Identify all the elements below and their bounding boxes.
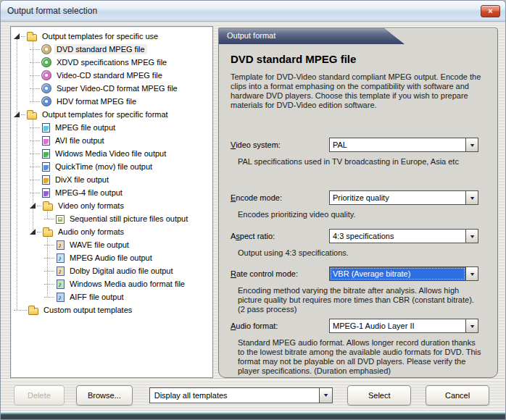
tree-connector (30, 140, 40, 141)
tree-connector (30, 101, 40, 102)
tree-item-row[interactable]: Windows Media audio format file (11, 277, 212, 290)
select-button[interactable]: Select (347, 385, 411, 406)
expand-triangle-icon[interactable] (14, 112, 20, 117)
tree-item-row[interactable]: QuickTime (mov) file output (11, 160, 212, 173)
tree-item-label: Audio only formats (56, 227, 126, 237)
folder-icon (43, 230, 53, 237)
tree-item-label: Output templates for specific use (40, 31, 160, 41)
tree-folder-row[interactable]: Video only formats (11, 199, 212, 212)
format-description: Template for DVD-Video standard complian… (231, 72, 487, 110)
aspect-ratio-field: Aspect ratio:4:3 specifications▼Output u… (231, 229, 487, 258)
dropdown-arrow-icon[interactable]: ▼ (465, 230, 478, 243)
tree-item-label: Sequential still picture files output (67, 214, 190, 224)
audio-format-dropdown[interactable]: MPEG-1 Audio Layer II▼ (329, 319, 478, 333)
tree-item-row[interactable]: DivX file output (11, 173, 212, 186)
delete-button[interactable]: Delete (14, 385, 65, 406)
tree-item-row[interactable]: Dolby Digital audio file output (11, 264, 212, 277)
dropdown-arrow-icon[interactable]: ▼ (465, 138, 478, 151)
tree-connector (30, 88, 40, 89)
tree-item-row[interactable]: MPEG file output (11, 121, 212, 134)
tree-folder-row[interactable]: Output templates for specific format (11, 108, 212, 121)
video-system-label: Video system: (231, 140, 329, 149)
rate-control-mode-dropdown[interactable]: VBR (Average bitrate)▼ (329, 266, 478, 281)
footer-bar: Delete Browse... Display all templates ▼… (1, 378, 505, 411)
tree-folder-row[interactable]: Audio only formats (11, 225, 212, 238)
expand-triangle-icon[interactable] (30, 229, 36, 235)
expand-triangle-icon[interactable] (14, 33, 20, 39)
dropdown-arrow-icon[interactable]: ▼ (465, 267, 478, 280)
tree-connector (30, 75, 40, 76)
tree-item-label: Dolby Digital audio file output (67, 266, 175, 276)
tree-item-label: DVD standard MPEG file (54, 44, 147, 54)
file-icon (42, 188, 50, 198)
video-system-value: PAL (330, 138, 465, 151)
template-filter-dropdown[interactable]: Display all templates ▼ (149, 387, 333, 403)
aspect-ratio-dropdown[interactable]: 4:3 specifications▼ (329, 229, 478, 243)
encode-mode-dropdown[interactable]: Prioritize quality▼ (329, 190, 478, 205)
format-title: DVD standard MPEG file (231, 53, 487, 65)
tree-item-row[interactable]: MPEG-4 file output (11, 186, 212, 199)
tree-item-label: MPEG-4 file output (53, 188, 125, 198)
window-bottom-edge (1, 411, 505, 419)
tree-item-row[interactable]: Widows Media Video file output (11, 147, 212, 160)
dropdown-arrow-icon[interactable]: ▼ (465, 191, 478, 204)
file-icon (42, 149, 50, 159)
tree-item-label: AIFF file output (67, 292, 126, 302)
tree-item-row[interactable]: Super Video-CD format MPEG file (11, 82, 212, 95)
file-icon (42, 175, 50, 185)
tree-item-row[interactable]: AIFF file output (11, 290, 212, 303)
expand-triangle-icon[interactable] (30, 203, 36, 209)
tree-item-row[interactable]: Video-CD standard MPEG file (11, 69, 212, 82)
tree-connector (30, 127, 40, 128)
tree-connector (44, 219, 54, 219)
window-title: Output format selection (7, 6, 481, 16)
tree-item-label: QuickTime (mov) file output (53, 161, 154, 172)
disc-icon (41, 83, 51, 93)
disc-icon (41, 57, 51, 67)
template-tree: Output templates for specific useDVD sta… (10, 26, 213, 378)
aspect-ratio-caption: Output using 4:3 specifications. (238, 248, 483, 258)
tree-item-row[interactable]: MPEG Audio file output (11, 251, 212, 264)
video-system-dropdown[interactable]: PAL▼ (329, 138, 478, 152)
titlebar[interactable]: Output format selection × (1, 1, 505, 22)
tree-item-row[interactable]: WAVE file output (11, 238, 212, 251)
tree-connector (30, 180, 40, 180)
tree-item-label: Video only formats (56, 201, 126, 211)
tree-item-row[interactable]: XDVD specifications MPEG file (11, 56, 212, 69)
format-fields: Video system:PAL▼PAL specifications used… (231, 138, 487, 376)
tree-item-row[interactable]: Sequential still picture files output (11, 212, 212, 225)
tree-item-label: Widows Media Video file output (53, 148, 168, 159)
tree-connector (21, 114, 25, 115)
tree-connector (30, 62, 40, 63)
tree-item-label: XDVD specifications MPEG file (54, 57, 169, 67)
video-system-caption: PAL specifications used in TV broadcasti… (238, 157, 483, 167)
cancel-button[interactable]: Cancel (426, 385, 489, 406)
dropdown-arrow-icon[interactable]: ▼ (465, 319, 478, 332)
encode-mode-label: Encode mode: (231, 193, 329, 202)
audio-file-icon (57, 253, 65, 263)
tree-item-label: WAVE file output (67, 240, 131, 250)
tree-connector (44, 284, 54, 285)
tree-item-label: Super Video-CD format MPEG file (54, 83, 180, 93)
close-button[interactable]: × (481, 5, 500, 17)
audio-file-icon (57, 293, 65, 302)
audio-format-label: Audio format: (231, 322, 329, 330)
dropdown-arrow-icon[interactable]: ▼ (319, 388, 332, 403)
tree-item-row[interactable]: DVD standard MPEG file (11, 43, 212, 56)
tree-item-label: DivX file output (53, 175, 111, 185)
audio-format-caption: Standard MPEG audio format. Allows longe… (238, 338, 483, 376)
folder-icon (27, 112, 37, 119)
rate-control-mode-label: Rate control mode: (231, 269, 329, 278)
tree-item-row[interactable]: AVI file output (11, 134, 212, 147)
audio-format-value: MPEG-1 Audio Layer II (330, 319, 465, 332)
tree-connector (44, 271, 54, 272)
dialog-body: Output templates for specific useDVD sta… (1, 22, 505, 378)
file-icon (42, 123, 50, 133)
tree-folder-row[interactable]: Custom output templates (11, 303, 212, 316)
tree-folder-row[interactable]: Output templates for specific use (11, 30, 212, 43)
browse-button[interactable]: Browse... (76, 385, 133, 406)
tree-item-row[interactable]: HDV format MPEG file (11, 95, 212, 108)
video-system-field: Video system:PAL▼PAL specifications used… (231, 138, 487, 167)
rate-control-mode-field: Rate control mode:VBR (Average bitrate)▼… (231, 266, 487, 314)
output-format-tab: Output format (219, 28, 405, 44)
